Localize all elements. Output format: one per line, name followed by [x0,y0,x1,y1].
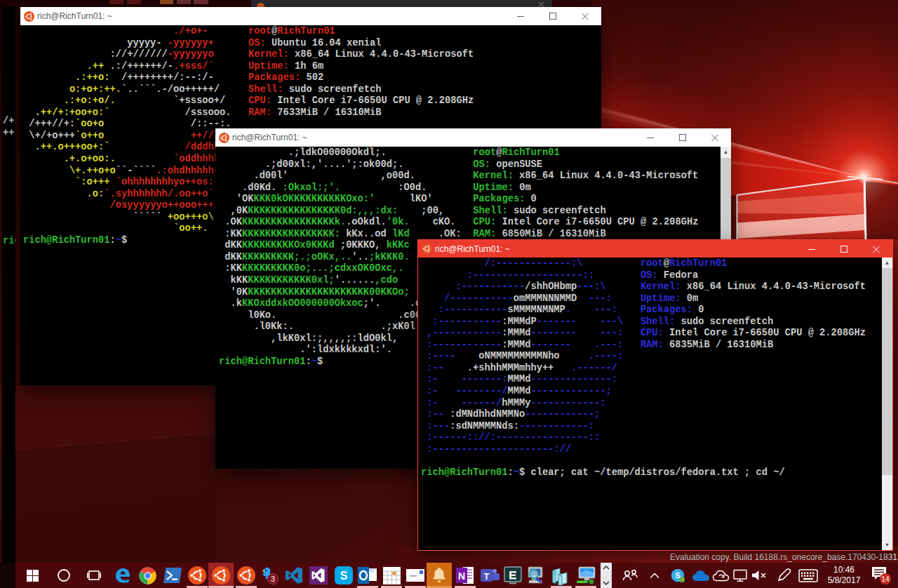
svg-text:14: 14 [881,575,890,583]
svg-text:T: T [483,570,489,581]
svg-text:S: S [340,570,348,582]
svg-text:3: 3 [271,575,275,583]
svg-text:N: N [458,570,465,582]
